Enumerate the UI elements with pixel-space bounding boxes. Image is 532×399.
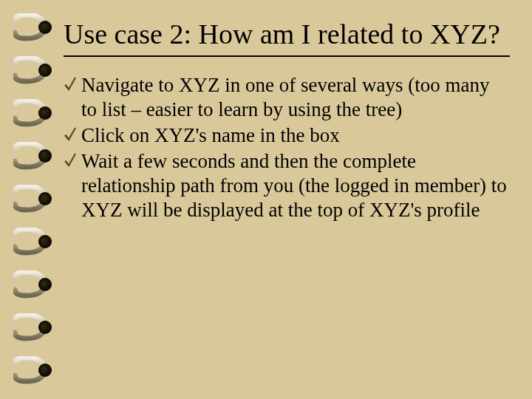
binder-ring (13, 99, 50, 127)
title-rule (64, 55, 510, 57)
bullet-text: Navigate to XYZ in one of several ways (… (81, 74, 490, 120)
bullet-item: Click on XYZ's name in the box (64, 123, 510, 148)
checkmark-icon (64, 76, 77, 92)
slide-content: Use case 2: How am I related to XYZ? Nav… (64, 18, 510, 223)
checkmark-icon (64, 152, 77, 168)
binder-ring (13, 13, 50, 41)
binder-ring (13, 56, 50, 84)
bullet-item: Navigate to XYZ in one of several ways (… (64, 73, 510, 122)
binder-ring (13, 356, 50, 384)
slide: Use case 2: How am I related to XYZ? Nav… (0, 0, 532, 399)
slide-title: Use case 2: How am I related to XYZ? (64, 18, 510, 51)
binder-rings (0, 0, 50, 399)
bullet-text: Wait a few seconds and then the complete… (81, 150, 507, 221)
bullet-text: Click on XYZ's name in the box (81, 124, 340, 146)
binder-ring (13, 142, 50, 170)
binder-ring (13, 270, 50, 299)
binder-ring (13, 185, 50, 213)
binder-ring (13, 228, 50, 256)
bullet-list: Navigate to XYZ in one of several ways (… (64, 73, 510, 222)
bullet-item: Wait a few seconds and then the complete… (64, 149, 510, 222)
binder-ring (13, 313, 50, 341)
checkmark-icon (64, 126, 77, 143)
